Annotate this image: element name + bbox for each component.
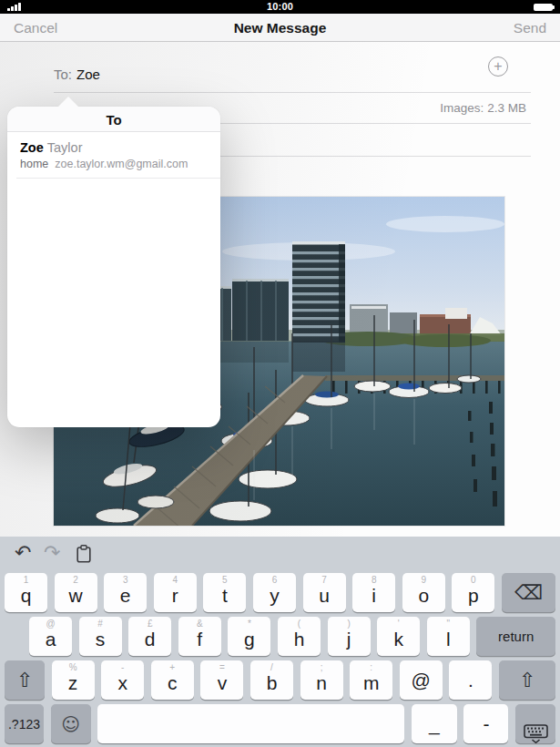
recipient-popover: To ZoeTaylor homezoe.taylor.wm@gmail.com [7, 107, 220, 427]
key-r[interactable]: 4r [154, 573, 197, 612]
keyboard-shortcut-bar: ↶ ↷ [0, 537, 560, 573]
key-secondary-label: / [250, 663, 293, 672]
attachment-size-status: Images:2.3 MB [440, 101, 526, 115]
key-label: j [347, 629, 351, 656]
key-label: q [21, 586, 32, 612]
key-b[interactable]: /b [250, 660, 293, 700]
key-m[interactable]: :m [350, 660, 392, 700]
key-label: e [120, 586, 131, 612]
key-label: o [418, 586, 429, 612]
left-shift-key[interactable]: ⇧ [5, 660, 45, 700]
key-l[interactable]: "l [427, 617, 470, 656]
key-d[interactable]: £d [128, 617, 171, 656]
to-field-label: To: [54, 67, 72, 82]
key-label: p [468, 586, 479, 612]
key-label: ⌫ [514, 583, 543, 603]
key-secondary-label: ( [278, 619, 321, 629]
key-label: @ [412, 670, 431, 690]
key-label: .?123 [8, 718, 40, 731]
emoji-key[interactable]: ☺ [51, 704, 91, 743]
key-g[interactable]: *g [228, 617, 270, 656]
key-y[interactable]: 6y [253, 573, 296, 612]
key-secondary-label: % [52, 663, 95, 672]
battery-icon [534, 4, 555, 12]
to-field[interactable]: To:Zoe [54, 67, 100, 82]
key-label: . [468, 670, 473, 690]
key-label: ⇧ [519, 670, 535, 691]
contact-address-label: home [20, 158, 48, 170]
images-size-value: 2.3 MB [487, 101, 526, 115]
key-a[interactable]: @a [29, 617, 72, 656]
key-p[interactable]: 0p [452, 573, 494, 612]
key-secondary-label: 7 [303, 576, 346, 585]
keyboard-row: 1q2w3e4r5t6y7u8i9o0p⌫ [0, 573, 560, 612]
key-x[interactable]: -x [101, 660, 144, 700]
key-label: t [222, 586, 228, 612]
key-v[interactable]: =v [200, 660, 243, 700]
key-secondary-label: - [101, 663, 144, 672]
key-label: v [218, 673, 228, 700]
key-secondary-label: # [79, 619, 122, 629]
key-secondary-label: ) [328, 619, 371, 629]
contact-detail: homezoe.taylor.wm@gmail.com [20, 158, 220, 170]
backspace-key[interactable]: ⌫ [502, 573, 555, 612]
key-label: x [117, 673, 127, 700]
key-t[interactable]: 5t [203, 573, 246, 612]
field-separator [54, 92, 531, 93]
key-label: ⇧ [16, 670, 33, 691]
key-s[interactable]: #s [79, 617, 122, 656]
key-h[interactable]: (h [278, 617, 321, 656]
key-n[interactable]: ;n [300, 660, 343, 700]
key-label: - [483, 714, 489, 733]
key-secondary-label: = [200, 663, 243, 672]
key-@[interactable]: @ [400, 660, 443, 700]
key-label: w [69, 586, 83, 612]
contact-last-name: Taylor [47, 140, 83, 155]
dismiss-keyboard-key[interactable] [515, 704, 555, 743]
paste-clipboard-icon[interactable] [76, 545, 91, 568]
right-shift-key[interactable]: ⇧ [499, 660, 555, 700]
key-f[interactable]: &f [178, 617, 221, 656]
key-label: m [363, 673, 380, 700]
key-secondary-label: " [427, 619, 470, 629]
compose-body: To:Zoe + Images:2.3 MB [0, 42, 560, 537]
key-label: h [294, 629, 305, 656]
key-j[interactable]: )j [328, 617, 371, 656]
undo-icon[interactable]: ↶ [15, 541, 31, 564]
ipad-mail-compose-screen: 10:00 Cancel New Message Send To:Zoe + I… [0, 0, 560, 747]
key-label: i [372, 586, 376, 612]
underscore-key[interactable]: _ [412, 704, 457, 743]
key-label: y [270, 586, 280, 612]
key-c[interactable]: +c [151, 660, 194, 700]
key-i[interactable]: 8i [352, 573, 395, 612]
keyboard-row: ⇧%z-x+c=v/b;n:m@.⇧ [0, 660, 560, 700]
contact-email: zoe.taylor.wm@gmail.com [55, 158, 188, 170]
key-secondary-label: 0 [452, 576, 494, 585]
key-secondary-label: @ [29, 619, 72, 629]
key-label: ☺ [61, 715, 80, 733]
key-k[interactable]: 'k [377, 617, 420, 656]
key-secondary-label: + [151, 663, 194, 672]
redo-icon[interactable]: ↷ [44, 541, 60, 564]
add-recipient-icon[interactable]: + [488, 56, 508, 77]
key-label: f [197, 629, 202, 656]
send-button[interactable]: Send [514, 20, 546, 36]
key-u[interactable]: 7u [303, 573, 346, 612]
dash-key[interactable]: - [463, 704, 508, 743]
key-z[interactable]: %z [52, 660, 95, 700]
key-secondary-label: 8 [352, 576, 395, 585]
symbols-key[interactable]: .?123 [5, 704, 44, 743]
key-label: s [96, 629, 106, 656]
return-key[interactable]: return [476, 617, 555, 656]
key-w[interactable]: 2w [55, 573, 97, 612]
key-secondary-label: : [350, 663, 392, 672]
key-o[interactable]: 9o [402, 573, 445, 612]
space-key[interactable] [97, 704, 404, 743]
key-q[interactable]: 1q [5, 573, 47, 612]
to-field-value[interactable]: Zoe [76, 67, 100, 82]
key-.[interactable]: . [449, 660, 492, 700]
key-secondary-label: 1 [5, 576, 47, 585]
key-secondary-label: £ [128, 619, 171, 629]
key-e[interactable]: 3e [104, 573, 147, 612]
contact-suggestion-row[interactable]: ZoeTaylor homezoe.taylor.wm@gmail.com [7, 132, 220, 179]
